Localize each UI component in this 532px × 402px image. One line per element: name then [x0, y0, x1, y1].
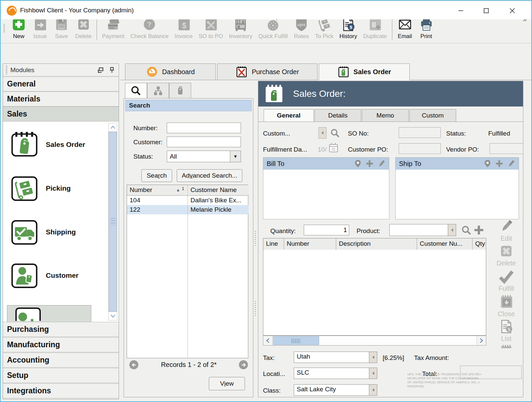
- column-header-number[interactable]: Number ▲ 1: [127, 185, 187, 196]
- toolbar-grip[interactable]: [3, 24, 5, 33]
- module-item-sales-order[interactable]: Sales Order: [3, 126, 103, 163]
- quantity-input[interactable]: [304, 225, 349, 235]
- module-item-shipping[interactable]: Shipping: [3, 214, 103, 250]
- product-add-icon[interactable]: [474, 225, 484, 235]
- records-range-text: Records 1 - 2 of 2*: [124, 361, 254, 369]
- so-no-label: SO No:: [348, 130, 369, 137]
- items-column-customer-number[interactable]: Customer Nu...: [417, 238, 473, 250]
- search-customer-input[interactable]: [167, 137, 241, 147]
- panel-splitter[interactable]: [254, 231, 257, 246]
- items-horizontal-scrollbar[interactable]: [263, 336, 486, 346]
- modules-grip[interactable]: [5, 66, 8, 74]
- module-section-purchasing[interactable]: Purchasing: [3, 322, 119, 337]
- records-next-button[interactable]: [239, 360, 248, 369]
- module-section-setup[interactable]: Setup: [3, 368, 119, 383]
- module-item-partial[interactable]: [7, 305, 91, 322]
- items-column-qty[interactable]: Qty: [473, 238, 486, 250]
- order-tab-details[interactable]: Details: [314, 109, 361, 122]
- bill-to-add-icon[interactable]: [366, 160, 374, 168]
- list-doc-icon: $: [499, 319, 514, 334]
- bill-to-location-icon[interactable]: [354, 160, 362, 168]
- module-section-materials[interactable]: Materials: [3, 91, 119, 107]
- result-row-customer[interactable]: Dallan's Bike Ex...: [188, 196, 249, 205]
- sales-module-list: Sales Order Picking Shipping Customer: [3, 122, 119, 322]
- scroll-down-button[interactable]: [109, 312, 117, 320]
- search-button[interactable]: Search: [141, 169, 172, 182]
- svg-text:$: $: [508, 327, 511, 332]
- subtab-search[interactable]: [125, 83, 147, 98]
- search-number-input[interactable]: [167, 123, 241, 133]
- float-panel-icon[interactable]: [97, 67, 104, 73]
- items-column-line[interactable]: Line: [263, 238, 284, 250]
- close-order-button[interactable]: Close: [489, 294, 524, 318]
- scrollbar-thumb[interactable]: [109, 132, 117, 312]
- ship-to-edit-icon[interactable]: [507, 160, 515, 168]
- column-header-customer-name[interactable]: Customer Name: [188, 185, 249, 196]
- ship-to-location-icon[interactable]: [484, 160, 491, 168]
- tree-subtab-icon: [153, 85, 163, 96]
- tax-spinner-icon[interactable]: [369, 352, 377, 363]
- module-item-customer[interactable]: Customer: [3, 257, 103, 294]
- so-no-field[interactable]: [399, 127, 441, 138]
- tab-sales-order[interactable]: Sales Order: [319, 63, 410, 80]
- module-section-accounting[interactable]: Accounting: [3, 353, 119, 368]
- customer-po-field[interactable]: [399, 143, 441, 154]
- result-row-number[interactable]: 122: [127, 205, 187, 214]
- product-spinner-icon[interactable]: [448, 224, 456, 236]
- delete-line-button[interactable]: Delete: [489, 243, 524, 267]
- module-item-picking[interactable]: Picking: [3, 170, 103, 207]
- tax-combo[interactable]: Utah: [294, 352, 377, 363]
- scroll-up-button[interactable]: [109, 123, 117, 132]
- class-spinner-icon[interactable]: [369, 385, 377, 395]
- module-section-general[interactable]: General: [3, 76, 119, 91]
- customer-field-label: Custom...: [263, 130, 290, 137]
- customer-spinner-button[interactable]: [318, 127, 326, 139]
- module-section-integrations[interactable]: Integrations: [3, 383, 119, 398]
- close-button[interactable]: [505, 4, 520, 17]
- hscroll-right-button[interactable]: [477, 336, 486, 345]
- vendor-po-field[interactable]: [490, 143, 523, 154]
- status-select[interactable]: All ▼: [167, 151, 241, 162]
- ship-to-add-icon[interactable]: [495, 160, 503, 168]
- tab-purchase-order[interactable]: Purchase Order: [217, 63, 317, 80]
- tab-dashboard[interactable]: Dashboard: [125, 63, 216, 80]
- minimize-button[interactable]: [453, 4, 469, 17]
- calendar-icon[interactable]: 31: [328, 143, 339, 153]
- product-combo[interactable]: [389, 224, 456, 236]
- modules-header-icons: [97, 67, 119, 73]
- sales-order-tab-icon: [338, 66, 350, 78]
- product-label: Product:: [357, 227, 380, 235]
- customer-search-icon[interactable]: [330, 128, 340, 138]
- order-tab-custom[interactable]: Custom: [409, 109, 456, 122]
- hscroll-left-button[interactable]: [263, 336, 273, 345]
- fulfill-button[interactable]: Fulfill: [489, 269, 524, 292]
- product-search-icon[interactable]: [461, 225, 472, 235]
- window-title: Fishbowl Client - Your Company (admin): [20, 1, 134, 19]
- view-button[interactable]: View: [209, 377, 245, 390]
- subtab-tree[interactable]: [147, 83, 169, 98]
- modules-scrollbar[interactable]: [108, 123, 117, 321]
- panel-splitter[interactable]: [254, 301, 257, 317]
- items-column-number[interactable]: Number: [284, 238, 336, 250]
- location-spinner-icon[interactable]: [369, 368, 377, 379]
- svg-text:31: 31: [331, 148, 336, 151]
- items-column-description[interactable]: Description: [336, 238, 417, 250]
- list-button[interactable]: $ List: [489, 319, 524, 343]
- edit-line-button[interactable]: Edit: [489, 219, 524, 242]
- bill-to-edit-icon[interactable]: [378, 160, 386, 168]
- order-tab-memo[interactable]: Memo: [362, 109, 409, 122]
- tax-rate-value: [6.25%]: [383, 354, 404, 362]
- result-row-customer[interactable]: Melanie Pickle: [188, 205, 249, 214]
- hscroll-thumb[interactable]: [273, 336, 319, 345]
- class-combo[interactable]: Salt Lake City: [294, 384, 377, 396]
- status-dropdown-arrow-icon[interactable]: ▼: [230, 151, 241, 162]
- module-section-sales[interactable]: Sales: [3, 107, 119, 122]
- result-row-number[interactable]: 104: [127, 196, 187, 205]
- maximize-button[interactable]: [479, 4, 494, 17]
- location-combo[interactable]: SLC: [294, 368, 377, 379]
- order-tab-general[interactable]: General: [264, 109, 314, 122]
- advanced-search-button[interactable]: Advanced Search...: [177, 169, 242, 182]
- module-section-manufacturing[interactable]: Manufacturing: [3, 337, 119, 352]
- pin-panel-icon[interactable]: [109, 67, 115, 73]
- subtab-tag[interactable]: [169, 83, 191, 98]
